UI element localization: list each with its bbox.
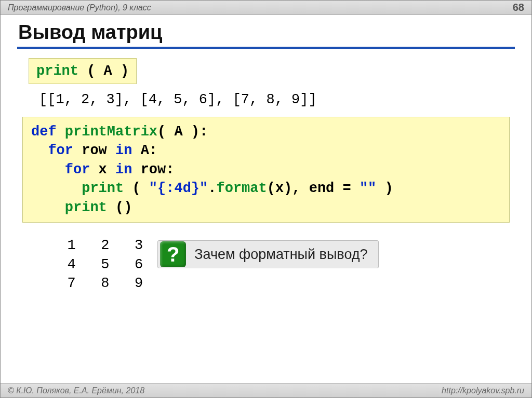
in-keyword-2: in (115, 162, 132, 177)
print-keyword-2: print (82, 181, 124, 196)
for-iter-2: row: (132, 162, 174, 177)
paren-open: ( (124, 181, 149, 196)
empty-call: () (107, 200, 132, 215)
in-keyword: in (115, 143, 132, 158)
question-mark-icon: ? (160, 241, 186, 267)
slide-title: Вывод матриц (17, 21, 515, 49)
indent-2 (31, 200, 65, 215)
empty-string: "" (360, 181, 376, 196)
print-args: ( A ) (78, 63, 129, 79)
code-snippet-function: def printMatrix( A ): for row in A: for … (22, 117, 510, 223)
func-name: printMatrix (57, 124, 157, 140)
format-method: format (216, 181, 267, 196)
format-args: (x), end = (267, 181, 360, 196)
footer-url: http://kpolyakov.spb.ru (442, 386, 524, 395)
paren-close: ) (376, 181, 393, 196)
for-keyword-2: for (31, 162, 90, 177)
page-number: 68 (513, 2, 524, 13)
for-iter: A: (132, 143, 157, 158)
raw-output: [[1, 2, 3], [4, 5, 6], [7, 8, 9]] (39, 90, 515, 109)
for-keyword: for (31, 143, 73, 158)
code-snippet-print: print ( A ) (29, 58, 137, 84)
question-callout: ? Зачем форматный вывод? (157, 240, 378, 268)
format-string: "{:4d}" (149, 181, 208, 196)
matrix-output: 1 2 3 4 5 6 7 8 9 (50, 236, 143, 293)
func-params: ( A ): (157, 124, 208, 140)
footer-copyright: © К.Ю. Поляков, Е.А. Ерёмин, 2018 (8, 386, 144, 395)
slide-content: Вывод матриц print ( A ) [[1, 2, 3], [4,… (1, 15, 531, 293)
callout-text: Зачем форматный вывод? (194, 246, 367, 263)
footer-bar: © К.Ю. Поляков, Е.А. Ерёмин, 2018 http:/… (1, 383, 531, 397)
header-bar: Программирование (Python), 9 класс 68 (1, 1, 531, 15)
for-var-2: x (90, 162, 115, 177)
dot: . (208, 181, 216, 196)
indent (31, 181, 82, 196)
print-keyword-3: print (65, 200, 107, 215)
header-title: Программирование (Python), 9 класс (8, 3, 151, 12)
print-keyword: print (36, 63, 78, 79)
def-keyword: def (31, 124, 57, 140)
bottom-row: 1 2 3 4 5 6 7 8 9 ? Зачем форматный выво… (50, 236, 515, 293)
for-var: row (73, 143, 115, 158)
